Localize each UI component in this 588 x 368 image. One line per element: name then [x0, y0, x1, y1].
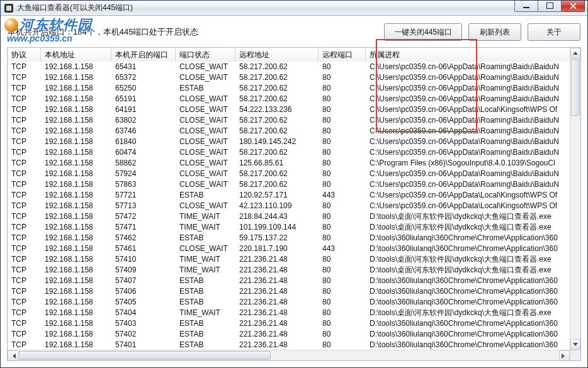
table-row[interactable]: TCP192.168.1.15857405ESTAB221.236.21.488…: [8, 297, 570, 308]
cell-protocol: TCP: [8, 329, 41, 340]
table-row[interactable]: TCP192.168.1.15857410TIME_WAIT221.236.21…: [8, 254, 570, 265]
cell-remote-port: 80: [319, 104, 366, 115]
cell-local-addr: 192.168.1.158: [41, 169, 111, 179]
cell-state: ESTAB: [176, 318, 235, 329]
table-row[interactable]: TCP192.168.1.15863746CLOSE_WAIT58.217.20…: [8, 126, 570, 137]
col-local-port[interactable]: 本机开启的端口: [111, 48, 176, 62]
cell-process: D:\tools\360liulanqi\360Chrome\Chrome\Ap…: [366, 286, 570, 297]
cell-process: C:\Users\pc0359.cn-06\AppData\Roaming\Ba…: [366, 115, 570, 126]
cell-remote-addr: 58.217.200.62: [235, 126, 319, 137]
col-process[interactable]: 所属进程: [366, 48, 570, 62]
col-remote-addr[interactable]: 远程地址: [235, 48, 319, 62]
scroll-down-button[interactable]: [570, 339, 580, 350]
cell-process: C:\Program Files (x86)\SogouInput\8.4.0.…: [366, 158, 570, 169]
cell-local-addr: 192.168.1.158: [41, 201, 111, 211]
horizontal-scroll-thumb[interactable]: [19, 351, 271, 360]
table-row[interactable]: TCP192.168.1.15857471TIME_WAIT101.199.10…: [8, 222, 570, 233]
button-group: 一键关闭445端口 刷新列表 关于: [384, 23, 580, 41]
table-row[interactable]: TCP192.168.1.15857404TIME_WAIT221.236.21…: [8, 308, 570, 318]
cell-remote-addr: 58.217.200.62: [235, 62, 319, 72]
minimize-button[interactable]: [514, 1, 538, 12]
table-row[interactable]: TCP192.168.1.15863802CLOSE_WAIT58.217.20…: [8, 115, 570, 126]
table-row[interactable]: TCP192.168.1.15857472TIME_WAIT218.84.244…: [8, 211, 570, 222]
titlebar[interactable]: 大鱼端口查看器(可以关闭445端口): [1, 1, 587, 16]
cell-local-addr: 192.168.1.158: [41, 297, 111, 308]
cell-protocol: TCP: [8, 211, 41, 222]
cell-process: C:\Users\pc0359.cn-06\AppData\Roaming\Ba…: [366, 137, 570, 147]
table-row[interactable]: TCP192.168.1.15857406ESTAB221.236.21.488…: [8, 286, 570, 297]
col-remote-port[interactable]: 远程端口: [319, 48, 366, 62]
table-row[interactable]: TCP192.168.1.15857863CLOSE_WAIT58.217.20…: [8, 179, 570, 190]
col-local-addr[interactable]: 本机地址: [41, 48, 111, 62]
scrollbar-corner: [570, 350, 580, 360]
cell-remote-addr: 120.92.57.171: [235, 190, 319, 201]
cell-remote-port: 80: [319, 233, 366, 243]
close-icon: [570, 3, 577, 9]
cell-remote-port: 80: [319, 169, 366, 179]
cell-state: CLOSE_WAIT: [176, 243, 235, 254]
cell-process: C:\Users\pc0359.cn-06\AppData\Roaming\Ba…: [366, 169, 570, 179]
cell-local-port: 57402: [111, 329, 176, 340]
table-row[interactable]: TCP192.168.1.15864191CLOSE_WAIT54.222.13…: [8, 104, 570, 115]
cell-protocol: TCP: [8, 286, 41, 297]
cell-local-addr: 192.168.1.158: [41, 243, 111, 254]
cell-remote-port: 80: [319, 254, 366, 265]
table-row[interactable]: TCP192.168.1.15860474CLOSE_WAIT58.217.20…: [8, 147, 570, 158]
table-row[interactable]: TCP192.168.1.15858862CLOSE_WAIT125.66.85…: [8, 158, 570, 169]
cell-local-port: 57401: [111, 340, 176, 350]
table-row[interactable]: TCP192.168.1.15865431CLOSE_WAIT58.217.20…: [8, 62, 570, 72]
table-row[interactable]: TCP192.168.1.15857462ESTAB59.175.137.228…: [8, 233, 570, 243]
table-row[interactable]: TCP192.168.1.15857721ESTAB120.92.57.1714…: [8, 190, 570, 201]
cell-protocol: TCP: [8, 276, 41, 286]
table-row[interactable]: TCP192.168.1.15861840CLOSE_WAIT180.149.1…: [8, 137, 570, 147]
cell-remote-port: 80: [319, 265, 366, 276]
vertical-scrollbar[interactable]: [570, 48, 580, 350]
table-row[interactable]: TCP192.168.1.15865250ESTAB58.217.200.628…: [8, 83, 570, 94]
triangle-up-icon: [573, 52, 578, 55]
cell-local-port: 57472: [111, 211, 176, 222]
table-body[interactable]: TCP192.168.1.15865431CLOSE_WAIT58.217.20…: [8, 62, 570, 350]
vertical-scroll-thumb[interactable]: [571, 59, 580, 116]
table-row[interactable]: TCP192.168.1.15857403ESTAB221.236.21.488…: [8, 318, 570, 329]
table-row[interactable]: TCP192.168.1.15857713CLOSE_WAIT42.123.11…: [8, 201, 570, 211]
about-button[interactable]: 关于: [528, 23, 580, 41]
refresh-button[interactable]: 刷新列表: [468, 23, 521, 41]
cell-remote-addr: 58.217.200.62: [235, 179, 319, 190]
cell-remote-addr: 221.236.21.48: [235, 297, 319, 308]
cell-remote-port: 80: [319, 318, 366, 329]
cell-local-addr: 192.168.1.158: [41, 222, 111, 233]
cell-process: D:\tools\360liulanqi\360Chrome\Chrome\Ap…: [366, 233, 570, 243]
cell-local-port: 61840: [111, 137, 176, 147]
table-row[interactable]: TCP192.168.1.15857407ESTAB221.236.21.488…: [8, 276, 570, 286]
scroll-right-button[interactable]: [559, 350, 570, 361]
maximize-button[interactable]: [538, 1, 562, 12]
cell-process: C:\Users\pc0359.cn-06\AppData\Roaming\Ba…: [366, 72, 570, 83]
scroll-up-button[interactable]: [570, 48, 580, 59]
cell-process: D:\tools\360liulanqi\360Chrome\Chrome\Ap…: [366, 297, 570, 308]
col-protocol[interactable]: 协议: [8, 48, 41, 62]
horizontal-scrollbar[interactable]: [8, 350, 570, 360]
table-row[interactable]: TCP192.168.1.15857401ESTAB221.236.21.488…: [8, 340, 570, 350]
cell-local-addr: 192.168.1.158: [41, 83, 111, 94]
close-445-button[interactable]: 一键关闭445端口: [384, 23, 462, 41]
cell-local-port: 60474: [111, 147, 176, 158]
table-row[interactable]: TCP192.168.1.15865191CLOSE_WAIT58.217.20…: [8, 94, 570, 104]
close-button[interactable]: [561, 1, 585, 12]
table-row[interactable]: TCP192.168.1.15857402ESTAB221.236.21.488…: [8, 329, 570, 340]
cell-local-port: 57406: [111, 286, 176, 297]
cell-remote-port: 80: [319, 308, 366, 318]
table-container: 协议本机地址本机开启的端口端口状态远程地址远程端口所属进程 TCP192.168…: [7, 47, 581, 361]
table-row[interactable]: TCP192.168.1.15857461CLOSE_WAIT220.181.7…: [8, 243, 570, 254]
cell-remote-addr: 221.236.21.48: [235, 308, 319, 318]
cell-process: D:\tools\桌面\河东软件园\dydkckq\大鱼端口查看器.exe: [366, 265, 570, 276]
cell-remote-addr: 221.236.21.48: [235, 318, 319, 329]
col-state[interactable]: 端口状态: [176, 48, 235, 62]
table-row[interactable]: TCP192.168.1.15857924CLOSE_WAIT58.217.20…: [8, 169, 570, 179]
cell-protocol: TCP: [8, 72, 41, 83]
table-row[interactable]: TCP192.168.1.15865372CLOSE_WAIT58.217.20…: [8, 72, 570, 83]
scroll-left-button[interactable]: [8, 350, 18, 361]
cell-local-port: 65191: [111, 94, 176, 104]
cell-local-addr: 192.168.1.158: [41, 147, 111, 158]
cell-process: D:\tools\360liulanqi\360Chrome\Chrome\Ap…: [366, 329, 570, 340]
table-row[interactable]: TCP192.168.1.15857409TIME_WAIT221.236.21…: [8, 265, 570, 276]
